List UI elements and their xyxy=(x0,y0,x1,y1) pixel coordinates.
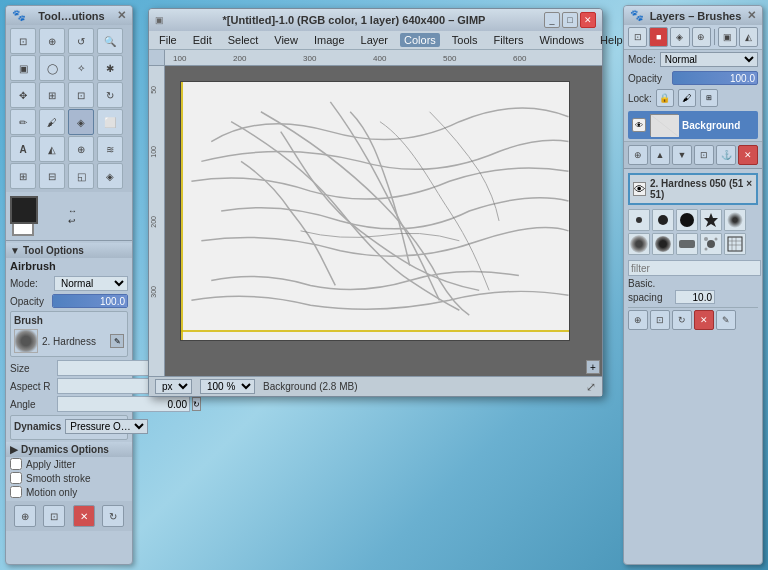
brush-edit-btn[interactable]: ✎ xyxy=(110,334,124,348)
brush-item-7[interactable] xyxy=(652,233,674,255)
menu-file[interactable]: File xyxy=(155,33,181,47)
motion-only-checkbox[interactable] xyxy=(10,486,22,498)
tool-extra1-btn[interactable]: ⊞ xyxy=(10,163,36,189)
layers-tool-btn6[interactable]: ◭ xyxy=(739,27,758,47)
tool-crop-btn[interactable]: ⊡ xyxy=(68,82,94,108)
menu-windows[interactable]: Windows xyxy=(535,33,588,47)
layer-background-item[interactable]: 👁 Background xyxy=(628,111,758,139)
tool-fuzzy-select-btn[interactable]: ✱ xyxy=(97,55,123,81)
layers-tool-btn3[interactable]: ◈ xyxy=(670,27,689,47)
layers-mode-select[interactable]: Normal xyxy=(660,52,758,67)
layer-up-btn[interactable]: ▲ xyxy=(650,145,670,165)
layer-delete-btn[interactable]: ✕ xyxy=(738,145,758,165)
brush-item-6[interactable] xyxy=(628,233,650,255)
layer-anchor-btn[interactable]: ⚓ xyxy=(716,145,736,165)
tool-ellipse-select-btn[interactable]: ◯ xyxy=(39,55,65,81)
mode-select[interactable]: Normal xyxy=(54,276,128,291)
layer-down-btn[interactable]: ▼ xyxy=(672,145,692,165)
tool-paintbrush-btn[interactable]: 🖌 xyxy=(39,109,65,135)
canvas-expand-icon[interactable]: ⤢ xyxy=(586,380,596,394)
brush-category-label: Basic. xyxy=(628,277,758,290)
brush-selected-eye[interactable]: 👁 xyxy=(633,182,646,196)
angle-input[interactable] xyxy=(57,396,190,412)
foreground-color-swatch[interactable] xyxy=(10,196,38,224)
tool-airbrush-btn[interactable]: ◈ xyxy=(68,109,94,135)
layer-new-btn[interactable]: ⊕ xyxy=(628,145,648,165)
tool-text-btn[interactable]: A xyxy=(10,136,36,162)
tool-extra4-btn[interactable]: ◈ xyxy=(97,163,123,189)
brush-item-9[interactable] xyxy=(700,233,722,255)
brush-new-btn[interactable]: ⊕ xyxy=(628,310,648,330)
angle-label: Angle xyxy=(10,399,55,410)
brush-item-2[interactable] xyxy=(652,209,674,231)
brush-delete-btn[interactable]: ✕ xyxy=(694,310,714,330)
menu-filters[interactable]: Filters xyxy=(490,33,528,47)
layer-visibility-icon[interactable]: 👁 xyxy=(632,118,646,132)
brush-item-1[interactable] xyxy=(628,209,650,231)
layers-close-btn[interactable]: ✕ xyxy=(747,9,756,22)
brush-item-10[interactable] xyxy=(724,233,746,255)
tool-pencil-btn[interactable]: ✏ xyxy=(10,109,36,135)
angle-reset-btn[interactable]: ↻ xyxy=(192,397,201,411)
menu-layer[interactable]: Layer xyxy=(357,33,393,47)
apply-jitter-checkbox[interactable] xyxy=(10,458,22,470)
smooth-stroke-checkbox[interactable] xyxy=(10,472,22,484)
layer-duplicate-btn[interactable]: ⊡ xyxy=(694,145,714,165)
layers-lock-alpha-btn[interactable]: 🔒 xyxy=(656,89,674,107)
toolbox-bottom-btn2[interactable]: ⊡ xyxy=(43,505,65,527)
tool-rotate-btn[interactable]: ↻ xyxy=(97,82,123,108)
brush-filter-input[interactable] xyxy=(628,260,761,276)
tool-move-btn[interactable]: ✥ xyxy=(10,82,36,108)
brush-item-4[interactable] xyxy=(700,209,722,231)
layers-tool-btn1[interactable]: ⊡ xyxy=(628,27,647,47)
brush-edit-btn[interactable]: ✎ xyxy=(716,310,736,330)
canvas-minimize-btn[interactable]: _ xyxy=(544,12,560,28)
canvas-scroll-corner[interactable]: + xyxy=(586,360,600,374)
tool-fill-btn[interactable]: ◭ xyxy=(39,136,65,162)
layers-tool-btn4[interactable]: ⊕ xyxy=(692,27,711,47)
dynamics-select[interactable]: Pressure O… xyxy=(65,419,148,434)
menu-select[interactable]: Select xyxy=(224,33,263,47)
tool-zoom-btn[interactable]: 🔍 xyxy=(97,28,123,54)
toolbox-bottom-btn3[interactable]: ✕ xyxy=(73,505,95,527)
toolbox-bottom-btn1[interactable]: ⊕ xyxy=(14,505,36,527)
layers-opacity-slider[interactable]: 100.0 xyxy=(672,71,758,85)
brush-name: 2. Hardness xyxy=(42,336,96,347)
tool-new-btn[interactable]: ⊡ xyxy=(10,28,36,54)
brush-duplicate-btn[interactable]: ⊡ xyxy=(650,310,670,330)
tool-smudge-btn[interactable]: ≋ xyxy=(97,136,123,162)
opacity-slider[interactable]: 100.0 xyxy=(52,294,128,308)
toolbox-bottom-btn4[interactable]: ↻ xyxy=(102,505,124,527)
layers-tool-btn2[interactable]: ■ xyxy=(649,27,668,47)
menu-colors[interactable]: Colors xyxy=(400,33,440,47)
zoom-select[interactable]: 100 % xyxy=(200,379,255,394)
brush-item-5[interactable] xyxy=(724,209,746,231)
unit-select[interactable]: px xyxy=(155,379,192,394)
menu-image[interactable]: Image xyxy=(310,33,349,47)
layers-lock-paint-btn[interactable]: 🖌 xyxy=(678,89,696,107)
tool-rect-select-btn[interactable]: ▣ xyxy=(10,55,36,81)
brush-item-3[interactable] xyxy=(676,209,698,231)
tool-free-select-btn[interactable]: ⟡ xyxy=(68,55,94,81)
canvas-maximize-btn[interactable]: □ xyxy=(562,12,578,28)
tool-eraser-btn[interactable]: ⬜ xyxy=(97,109,123,135)
layers-lock-pos-btn[interactable]: ⊞ xyxy=(700,89,718,107)
brush-spacing-input[interactable] xyxy=(675,290,715,304)
layers-tool-btn5[interactable]: ▣ xyxy=(718,27,737,47)
tool-save-btn[interactable]: ↺ xyxy=(68,28,94,54)
tool-colorpick-btn[interactable]: ⊕ xyxy=(68,136,94,162)
menu-tools[interactable]: Tools xyxy=(448,33,482,47)
menu-view[interactable]: View xyxy=(270,33,302,47)
toolbox-close[interactable]: ✕ xyxy=(117,9,126,22)
tool-extra2-btn[interactable]: ⊟ xyxy=(39,163,65,189)
opacity-label: Opacity xyxy=(10,296,50,307)
tool-open-btn[interactable]: ⊕ xyxy=(39,28,65,54)
tool-extra3-btn[interactable]: ◱ xyxy=(68,163,94,189)
tool-align-btn[interactable]: ⊞ xyxy=(39,82,65,108)
canvas-drawing-area[interactable]: + xyxy=(165,66,602,376)
menu-edit[interactable]: Edit xyxy=(189,33,216,47)
canvas-close-btn[interactable]: ✕ xyxy=(580,12,596,28)
brush-item-8[interactable] xyxy=(676,233,698,255)
brushes-bottom-toolbar: ⊕ ⊡ ↻ ✕ ✎ xyxy=(628,307,758,332)
brush-refresh-btn[interactable]: ↻ xyxy=(672,310,692,330)
